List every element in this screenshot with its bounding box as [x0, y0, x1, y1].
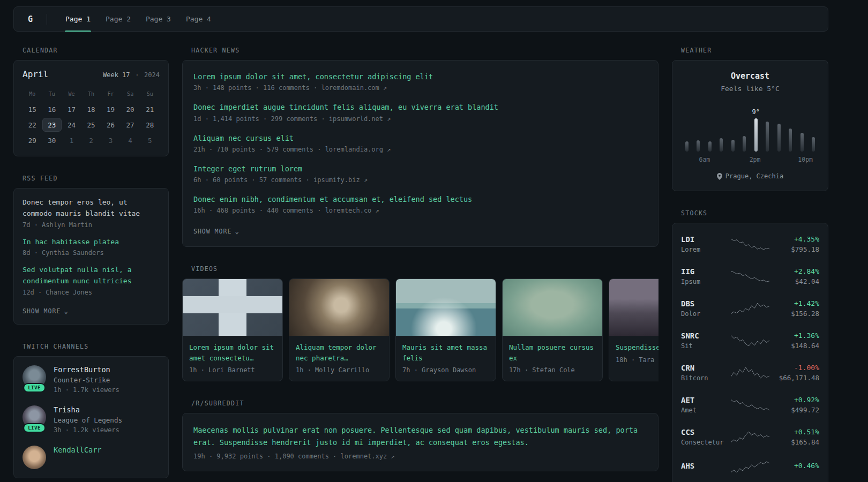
top-bar: G Page 1 Page 2 Page 3 Page 4 — [13, 6, 828, 32]
video-card[interactable]: Nullam posuere cursus ex 17h · Stefan Co… — [502, 278, 603, 381]
hn-item-title[interactable]: Aliquam nec cursus elit — [193, 133, 647, 144]
stock-row[interactable]: LDI Lorem +4.35% $795.18 — [681, 228, 819, 260]
hn-item-title[interactable]: Lorem ipsum dolor sit amet, consectetur … — [193, 71, 647, 82]
video-card[interactable]: Lorem ipsum dolor sit amet consectetu… 1… — [182, 278, 283, 381]
hn-show-more-button[interactable]: SHOW MORE ⌄ — [193, 228, 240, 235]
stock-sparkline — [731, 430, 769, 444]
hackernews-section: HACKER NEWS Lorem ipsum dolor sit amet, … — [182, 47, 659, 247]
rss-item-title[interactable]: In hac habitasse platea — [23, 237, 160, 248]
rss-item-title[interactable]: Donec tempor eros leo, ut commodo mauris… — [23, 197, 160, 220]
stock-row[interactable]: IIG Ipsum +2.84% $42.04 — [681, 260, 819, 292]
video-thumbnail[interactable] — [609, 279, 659, 336]
stock-row[interactable]: SNRC Sit +1.36% $148.64 — [681, 325, 819, 357]
video-title[interactable]: Mauris sit amet massa felis — [402, 342, 489, 363]
tab-page-1[interactable]: Page 1 — [58, 7, 98, 31]
calendar-day: 4 — [121, 133, 140, 147]
videos-section: VIDEOS Lorem ipsum dolor sit amet consec… — [182, 265, 659, 381]
channel-viewers: 1h · 1.7k viewers — [54, 386, 119, 394]
tab-page-4[interactable]: Page 4 — [178, 7, 219, 31]
twitch-channel[interactable]: LIVE Trisha League of Legends 3h · 1.2k … — [23, 405, 160, 434]
hn-item-meta: 16h · 468 points · 440 comments · loremt… — [193, 207, 647, 214]
stock-symbol: IIG — [681, 267, 730, 276]
stock-row[interactable]: AET Amet +0.92% $499.72 — [681, 389, 819, 421]
calendar-day-header: Tu — [42, 87, 62, 101]
twitch-card: LIVE ForrestBurton Counter-Strike 1h · 1… — [13, 356, 169, 478]
app-logo[interactable]: G — [25, 14, 36, 24]
channel-avatar-image — [23, 446, 46, 469]
hn-item-title[interactable]: Integer eget rutrum lorem — [193, 163, 647, 174]
tab-page-3[interactable]: Page 3 — [138, 7, 178, 31]
subreddit-post: Maecenas mollis pulvinar erat non posuer… — [193, 424, 647, 460]
stock-sparkline — [731, 334, 769, 348]
video-card[interactable]: Aliquam tempor dolor nec pharetra… 1h · … — [289, 278, 390, 381]
channel-info: Trisha League of Legends 3h · 1.2k viewe… — [54, 405, 122, 434]
weather-bar — [685, 141, 689, 152]
rss-item-title[interactable]: Sed volutpat nulla nisl, a condimentum n… — [23, 265, 160, 287]
topbar-divider — [47, 14, 47, 25]
hn-item-title[interactable]: Donec imperdiet augue tincidunt felis al… — [193, 102, 647, 112]
rss-show-more-button[interactable]: SHOW MORE ⌄ — [23, 307, 69, 315]
stock-price: $148.64 — [770, 342, 819, 350]
stock-price: $795.18 — [770, 245, 819, 253]
subreddit-post-title[interactable]: Maecenas mollis pulvinar erat non posuer… — [193, 424, 647, 449]
hn-item: Donec imperdiet augue tincidunt felis al… — [193, 102, 647, 122]
calendar-day: 29 — [23, 133, 42, 147]
stock-symbol: CCS — [681, 428, 730, 436]
hn-item: Integer eget rutrum lorem 6h · 60 points… — [193, 163, 647, 184]
hn-item-title[interactable]: Donec enim nibh, condimentum et accumsan… — [193, 194, 647, 205]
weather-bar-slot — [704, 141, 716, 152]
stock-row[interactable]: CRN Bitcorn -1.00% $66,171.48 — [681, 357, 819, 389]
video-title[interactable]: Suspendisse diam — [616, 342, 659, 352]
stock-sparkline — [731, 366, 769, 380]
stock-row[interactable]: DBS Dolor +1.42% $156.28 — [681, 292, 819, 325]
calendar-day-header: Fr — [101, 87, 121, 101]
weather-location: Prague, Czechia — [717, 172, 783, 180]
video-thumbnail[interactable] — [183, 279, 282, 336]
channel-info: ForrestBurton Counter-Strike 1h · 1.7k v… — [54, 365, 119, 394]
video-title[interactable]: Nullam posuere cursus ex — [509, 342, 596, 363]
rss-item: Donec tempor eros leo, ut commodo mauris… — [23, 197, 160, 229]
rss-item-meta: 12d · Chance Jones — [23, 289, 160, 296]
right-column: WEATHER Overcast Feels like 5°C 9° 6am 2… — [672, 47, 828, 482]
stock-symbol: CRN — [681, 364, 730, 372]
stock-row[interactable]: CCS Consectetur +0.51% $165.84 — [681, 421, 819, 453]
stock-name: Bitcorn — [681, 374, 730, 382]
video-thumbnail[interactable] — [289, 279, 389, 336]
video-title[interactable]: Lorem ipsum dolor sit amet consectetu… — [189, 342, 276, 363]
twitch-section-title: TWITCH CHANNELS — [23, 343, 169, 350]
video-thumbnail[interactable] — [396, 279, 496, 336]
calendar-header: April Week 17 · 2024 — [23, 69, 160, 79]
rss-item-meta: 7d · Ashlyn Martin — [23, 221, 160, 229]
chevron-down-icon: ⌄ — [64, 309, 69, 313]
stock-symbol: SNRC — [681, 332, 730, 340]
stock-change: +1.36% — [770, 332, 819, 340]
twitch-section: TWITCH CHANNELS LIVE ForrestBurton Count… — [13, 343, 169, 478]
channel-category: League of Legends — [54, 416, 122, 424]
weather-section-title: WEATHER — [681, 47, 828, 54]
calendar-day: 16 — [42, 102, 62, 116]
video-card[interactable]: Suspendisse diam 18h · Tara — [609, 278, 659, 381]
calendar-day: 23 — [42, 118, 62, 132]
channel-name[interactable]: Trisha — [54, 405, 122, 414]
stock-symbol: LDI — [681, 235, 730, 244]
weather-time-label: 10pm — [798, 156, 813, 163]
hackernews-section-title: HACKER NEWS — [191, 47, 659, 54]
rss-item: Sed volutpat nulla nisl, a condimentum n… — [23, 265, 160, 296]
twitch-channel[interactable]: KendallCarr — [23, 446, 160, 469]
twitch-channel[interactable]: LIVE ForrestBurton Counter-Strike 1h · 1… — [23, 365, 160, 394]
video-thumbnail[interactable] — [503, 279, 602, 336]
channel-name[interactable]: ForrestBurton — [54, 365, 119, 374]
tab-page-2[interactable]: Page 2 — [98, 7, 138, 31]
channel-name[interactable]: KendallCarr — [54, 446, 101, 454]
video-meta: 1h · Molly Carrillo — [296, 366, 383, 374]
live-badge: LIVE — [23, 423, 46, 433]
stocks-section-title: STOCKS — [681, 209, 828, 217]
stock-row[interactable]: AHS +0.46% — [681, 453, 819, 481]
stock-price: $42.04 — [770, 277, 819, 285]
video-title[interactable]: Aliquam tempor dolor nec pharetra… — [296, 342, 383, 363]
video-card[interactable]: Mauris sit amet massa felis 7h · Grayson… — [395, 278, 496, 381]
weather-bar — [697, 140, 700, 152]
stock-sparkline — [731, 398, 769, 412]
rss-item-meta: 8d · Cynthia Saunders — [23, 249, 160, 257]
weather-bar — [777, 124, 781, 152]
